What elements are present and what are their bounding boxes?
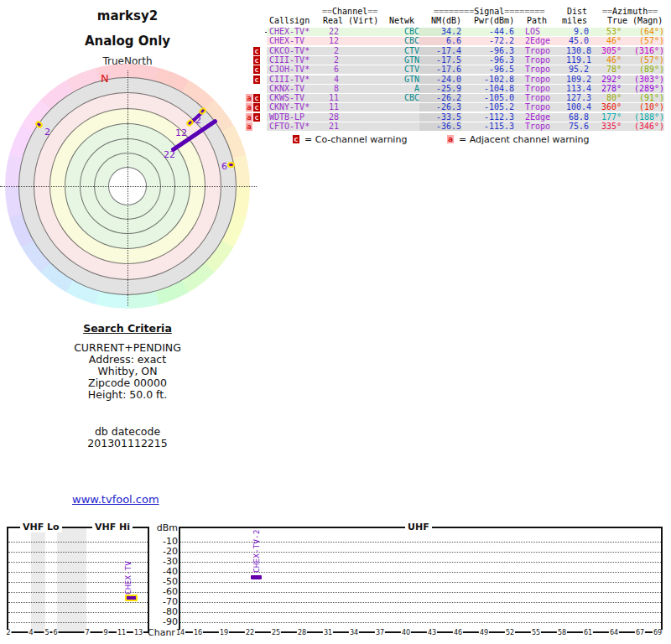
gridline <box>8 612 148 613</box>
cell-miles: 95.2 <box>566 65 589 74</box>
cell-callsign: CIII-TV* <box>267 56 322 65</box>
cell-callsign: CIII-TV* <box>267 75 322 84</box>
adjacent-channel-warning-badge: a <box>246 94 252 102</box>
gridline <box>8 602 148 603</box>
dbm-axis-ticks: -10-20-30-40-50-60-70-80-90 <box>151 537 178 627</box>
cell-azimuth-true: 292° <box>589 75 622 84</box>
cell-network: A <box>377 85 419 93</box>
cell-nm-db: -33.5 <box>419 113 461 122</box>
table-row: cCIII-TV*4GTN-24.0-102.8Tropo109.2292°(3… <box>245 75 669 84</box>
cell-callsign: WDTB-LP <box>267 113 322 122</box>
cell-azimuth-magn: (10°) <box>622 103 664 112</box>
channel-tick: 19 <box>219 630 229 636</box>
col-header-nm: NM(dB) <box>431 16 461 25</box>
station-label-vertical: CHEX-TV-2 <box>251 527 261 573</box>
cell-network <box>377 113 419 122</box>
cell-callsign: CFTO-TV* <box>267 122 322 131</box>
search-criteria-title: Search Criteria <box>27 323 228 335</box>
adjacent-channel-legend-text: = Adjacent channel warning <box>459 134 590 145</box>
search-criteria-line: Zipcode 00000 <box>27 377 228 389</box>
cell-nm-db: -26.2 <box>419 94 461 102</box>
uhf-panel: UHF CHEX-TV-2 <box>179 527 663 633</box>
datecode-value: 201301112215 <box>27 438 228 449</box>
crosshair-vertical <box>127 70 128 306</box>
cell-nm-db: -17.5 <box>419 56 461 65</box>
radar-marker-label: 2 <box>195 116 201 125</box>
col-header-path: Path <box>527 16 547 25</box>
group-header-azimuth: ==Azimuth== <box>602 7 658 16</box>
search-criteria-line: CURRENT+PENDING <box>27 342 228 354</box>
cell-callsign: CHEX-TV* <box>267 28 322 36</box>
channel-tick: 67 <box>635 630 645 636</box>
cell-channel-virt <box>339 103 377 112</box>
cell-azimuth-magn: (89°) <box>622 65 664 74</box>
radar-marker-label: 22 <box>164 150 175 159</box>
channel-tick: 37 <box>375 630 385 636</box>
channel-tick: 11 <box>117 630 127 636</box>
vhf-gap-band <box>31 528 45 631</box>
channel-tick: 9 <box>102 630 108 636</box>
crosshair-horizontal <box>0 186 257 187</box>
co-channel-warning-badge: c <box>253 75 260 84</box>
cell-miles: 45.0 <box>566 37 589 45</box>
channel-tick: 28 <box>297 630 307 636</box>
cell-network <box>377 122 419 131</box>
cell-nm-db: -24.0 <box>419 75 461 84</box>
cell-pwr-dbm: -102.8 <box>461 75 514 84</box>
station-label-vertical: CHEX-TV <box>122 546 133 595</box>
cell-miles: 113.4 <box>566 85 589 93</box>
cell-miles: 68.8 <box>566 113 589 122</box>
radar-plot: N 2 12 2 22 6 <box>5 64 250 309</box>
channel-tick: 55 <box>531 630 541 636</box>
cell-path: LOS <box>514 28 566 36</box>
table-row: acCKNY-TV*11-26.3-105.2Tropo100.4360°(10… <box>245 103 669 112</box>
gridline <box>8 542 148 543</box>
channel-tick: 22 <box>245 630 255 636</box>
channel-tick: 25 <box>271 630 281 636</box>
cell-pwr-dbm: -72.2 <box>461 37 514 45</box>
cell-pwr-dbm: -105.2 <box>461 103 514 112</box>
cell-nm-db: -25.9 <box>419 85 461 93</box>
warning-legend: c = Co-channel warning a = Adjacent chan… <box>245 134 669 146</box>
cell-path: Tropo <box>514 85 566 93</box>
tvfool-link[interactable]: www.tvfool.com <box>72 493 159 506</box>
cell-azimuth-magn: (57°) <box>622 56 664 65</box>
table-row: cCJOH-TV*6CTV-17.6-96.5Tropo95.278°(89°) <box>245 65 669 74</box>
cell-azimuth-magn: (64°) <box>622 28 664 36</box>
radar-marker-ch6 <box>227 162 235 168</box>
channel-tick: 69 <box>653 630 663 636</box>
table-row: acCKWS-TV11CBC-26.2-105.0Tropo127.380°(9… <box>245 94 669 102</box>
channel-strength-chart: VHF Lo VHF Hi CHEX-TV dBm -10-20-30-40-5… <box>0 520 671 644</box>
channel-tick: 5 <box>44 630 49 636</box>
col-header-miles: miles <box>562 16 587 25</box>
cell-azimuth-magn: (289°) <box>622 85 664 93</box>
channel-tick: 16 <box>193 630 203 636</box>
cell-channel-real: 8 <box>322 85 339 93</box>
cell-nm-db: 34.2 <box>419 28 461 36</box>
cell-azimuth-true: 305° <box>589 47 622 55</box>
channel-tick: 31 <box>323 630 333 636</box>
cell-callsign: CHEX-TV <box>267 37 322 45</box>
cell-channel-virt <box>339 122 377 131</box>
cell-network: CBC <box>377 37 419 45</box>
fm-gap-band <box>57 528 86 631</box>
signal-bar-chex-tv <box>125 595 138 601</box>
cell-azimuth-true: 46° <box>589 37 622 45</box>
radar-marker-label: 2 <box>44 127 50 137</box>
channel-tick: 61 <box>583 630 593 636</box>
channel-tick: 43 <box>427 630 437 636</box>
dbm-tick: -90 <box>151 617 178 627</box>
cell-callsign: CKNX-TV <box>267 85 322 93</box>
cell-callsign: CKCO-TV* <box>267 47 322 55</box>
cell-callsign: CJOH-TV* <box>267 65 322 74</box>
channel-tick: 34 <box>349 630 359 636</box>
cell-pwr-dbm: -104.8 <box>461 85 514 93</box>
cell-channel-virt <box>339 56 377 65</box>
db-datecode: db datecode 201301112215 <box>27 426 228 449</box>
cell-azimuth-true: 46° <box>589 56 622 65</box>
group-header-dist: Dist <box>567 7 587 16</box>
cell-channel-virt <box>339 94 377 102</box>
cell-channel-virt <box>339 113 377 122</box>
cell-channel-virt <box>339 75 377 84</box>
cell-path: Tropo <box>514 65 566 74</box>
